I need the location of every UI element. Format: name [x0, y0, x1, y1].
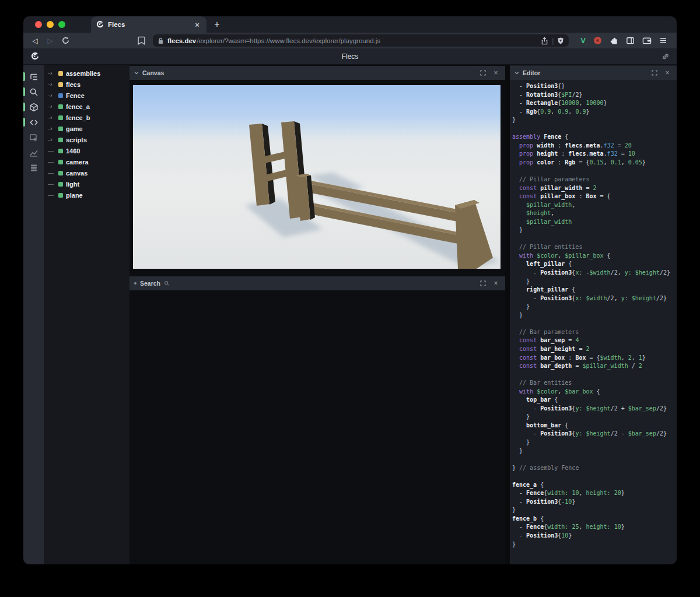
code-line: prop width : flecs.meta.f32 = 20: [512, 142, 677, 150]
tree-item[interactable]: flecs: [44, 79, 130, 90]
canvas-cube-icon[interactable]: [23, 100, 44, 115]
inspect-icon[interactable]: [23, 130, 44, 145]
vue-devtools-extension-icon[interactable]: V: [580, 36, 586, 45]
chevron-down-icon[interactable]: [134, 71, 139, 75]
code-line: - Rgb{0.9, 0.9, 0.9}: [512, 108, 677, 117]
queries-rows-icon[interactable]: [23, 160, 44, 175]
fullscreen-icon[interactable]: [478, 68, 488, 78]
wallet-icon[interactable]: [642, 36, 652, 45]
expand-arrow-icon[interactable]: [48, 92, 55, 99]
close-icon[interactable]: ×: [663, 68, 672, 78]
code-line: // Pillar parameters: [512, 175, 677, 184]
tree-item[interactable]: Fence: [44, 90, 130, 101]
expand-arrow-icon[interactable]: [48, 103, 55, 110]
close-icon[interactable]: ×: [491, 279, 501, 288]
entity-color-square: [58, 115, 63, 120]
minimize-window-button[interactable]: [47, 21, 54, 28]
zoom-window-button[interactable]: [58, 21, 65, 28]
leaf-dash-icon: [48, 192, 55, 199]
expand-arrow-icon[interactable]: [48, 125, 55, 132]
chevron-down-icon[interactable]: [514, 71, 519, 75]
entity-color-square: [58, 93, 63, 98]
browser-tab[interactable]: Flecs ×: [91, 16, 206, 33]
tree-item[interactable]: canvas: [44, 167, 130, 178]
code-line: - Position3{x: -$width/2, y: $height/2}: [512, 269, 677, 278]
entity-color-square: [58, 138, 63, 142]
entity-color-square: [58, 171, 63, 175]
entity-color-square: [58, 82, 63, 87]
code-line: top_bar {: [512, 396, 677, 405]
share-icon[interactable]: [541, 37, 548, 45]
code-line: }: [512, 226, 677, 235]
search-panel-title: Search: [140, 280, 160, 287]
code-line: prop height : flecs.meta.f32 = 10: [512, 150, 677, 159]
fullscreen-icon[interactable]: [650, 68, 659, 78]
close-window-button[interactable]: [35, 21, 42, 28]
code-line: [512, 235, 677, 244]
tree-item-label: fence_a: [66, 103, 90, 110]
brave-shield-icon[interactable]: [557, 37, 564, 45]
center-column: Canvas ×: [130, 65, 505, 564]
expand-arrow-icon[interactable]: [48, 81, 55, 88]
adblock-extension-icon[interactable]: [593, 36, 602, 45]
entity-color-square: [58, 160, 63, 164]
code-line: const bar_depth = $pillar_width / 2: [512, 362, 677, 371]
expand-arrow-icon[interactable]: [48, 114, 55, 121]
tree-item[interactable]: 1460: [44, 145, 130, 156]
code-line: const bar_box : Box = {$width, 2, 1}: [512, 354, 677, 363]
search-icon[interactable]: [23, 85, 44, 100]
stats-chart-icon[interactable]: [23, 145, 44, 160]
close-icon[interactable]: ×: [491, 68, 501, 78]
tree-item[interactable]: game: [44, 123, 130, 134]
code-line: // Bar entities: [512, 379, 677, 388]
expand-arrow-icon[interactable]: [48, 136, 55, 143]
tree-item-label: light: [66, 181, 79, 188]
tree-item[interactable]: fence_a: [44, 101, 130, 112]
code-line: [512, 371, 677, 380]
url-bar[interactable]: flecs.dev /explorer/?wasm=https://www.fl…: [153, 34, 569, 47]
new-tab-button[interactable]: +: [212, 20, 222, 29]
code-line: }: [512, 413, 677, 422]
panel-dot-icon[interactable]: [134, 282, 136, 285]
entity-color-square: [58, 127, 63, 131]
code-icon[interactable]: [23, 115, 44, 130]
tree-item[interactable]: light: [44, 178, 130, 189]
code-line: - Rotation3{$PI/2}: [512, 91, 677, 100]
tree-item[interactable]: fence_b: [44, 112, 130, 123]
code-line: [512, 472, 677, 481]
icon-sidebar: [23, 65, 44, 564]
lock-icon[interactable]: [158, 37, 164, 44]
code-line: - Fence{width: 10, height: 20}: [512, 489, 677, 498]
fullscreen-icon[interactable]: [478, 279, 488, 288]
url-domain: flecs.dev: [167, 37, 196, 44]
url-path: /explorer/?wasm=https://www.flecs.dev/ex…: [197, 37, 537, 44]
bookmark-icon[interactable]: [135, 35, 147, 47]
reload-button[interactable]: [60, 35, 71, 47]
code-line: fence_a {: [512, 481, 677, 490]
tab-close-icon[interactable]: ×: [192, 20, 202, 29]
entity-color-square: [58, 182, 63, 187]
extensions-puzzle-icon[interactable]: [610, 36, 618, 45]
panel-divider[interactable]: [505, 65, 510, 564]
code-line: assembly Fence {: [512, 133, 677, 142]
leaf-dash-icon: [48, 170, 55, 177]
sidebar-panel-icon[interactable]: [626, 36, 635, 45]
back-button[interactable]: ◁: [29, 35, 41, 47]
tree-item[interactable]: plane: [44, 189, 130, 201]
code-line: - Position3{}: [512, 82, 677, 91]
tree-item-label: scripts: [66, 136, 87, 143]
entity-tree-icon[interactable]: [23, 69, 44, 85]
canvas-3d-viewport[interactable]: [133, 85, 501, 269]
forward-button[interactable]: ▷: [44, 35, 56, 47]
code-editor[interactable]: - Position3{} - Rotation3{$PI/2} - Recta…: [510, 80, 677, 564]
leaf-dash-icon: [48, 148, 55, 154]
tree-item[interactable]: assemblies: [44, 68, 130, 79]
tree-item[interactable]: scripts: [44, 134, 130, 145]
tree-item[interactable]: camera: [44, 156, 130, 167]
menu-hamburger-icon[interactable]: [659, 37, 667, 44]
expand-arrow-icon[interactable]: [48, 70, 55, 77]
code-line: }: [512, 278, 677, 286]
app-header: Flecs: [23, 48, 677, 65]
code-line: - Position3{y: $height/2 + $bar_sep/2}: [512, 405, 677, 413]
code-line: }: [512, 116, 677, 125]
